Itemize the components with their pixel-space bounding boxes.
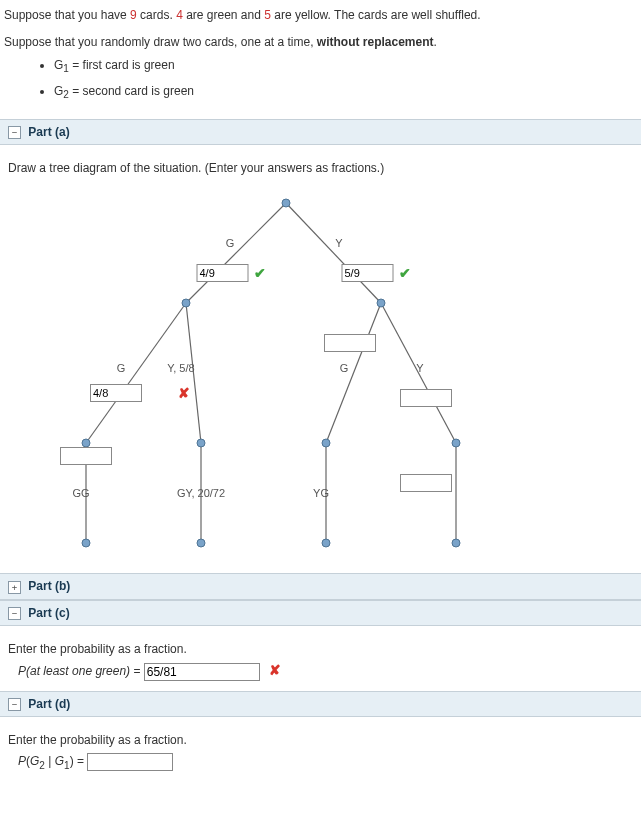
intro-line2: Suppose that you randomly draw two cards…	[4, 33, 637, 52]
x-icon: ✘	[269, 662, 281, 678]
label-yy-branch: Y	[416, 362, 423, 374]
svg-point-14	[197, 439, 205, 447]
part-a-label: Part (a)	[28, 125, 69, 139]
part-c-header[interactable]: − Part (c)	[0, 600, 641, 626]
part-d-body: Enter the probability as a fraction. P(G…	[0, 717, 641, 781]
svg-point-13	[82, 439, 90, 447]
part-c-answer-line: P(at least one green) = ✘	[6, 662, 635, 681]
text: Suppose that you have	[4, 8, 130, 22]
gg-branch-input[interactable]	[90, 384, 142, 402]
g1: G	[55, 754, 64, 768]
label-gg-branch: G	[117, 362, 126, 374]
collapse-icon: −	[8, 126, 21, 139]
text: are yellow. The cards are well shuffled.	[271, 8, 481, 22]
text: .	[434, 35, 437, 49]
part-a-instruction: Draw a tree diagram of the situation. (E…	[8, 161, 633, 175]
svg-line-6	[326, 303, 381, 443]
svg-point-17	[82, 539, 90, 547]
svg-point-10	[282, 199, 290, 207]
num-yellow: 5	[264, 8, 271, 22]
svg-line-1	[286, 203, 381, 303]
p-symbol: P	[18, 754, 26, 768]
collapse-icon: −	[8, 607, 21, 620]
def: = first card is green	[69, 58, 175, 72]
part-a-body: Draw a tree diagram of the situation. (E…	[0, 145, 641, 573]
part-d-answer-line: P(G2 | G1) =	[6, 753, 635, 771]
part-c-label: Part (c)	[28, 606, 69, 620]
first-y-prob-input-wrap: ✔	[342, 264, 411, 282]
part-a-header[interactable]: − Part (a)	[0, 119, 641, 145]
yy-leaf-input-wrap	[400, 474, 452, 492]
label-y-branch: Y	[335, 237, 342, 249]
part-c-input[interactable]	[144, 663, 260, 681]
definitions-list: G1 = first card is green G2 = second car…	[4, 56, 637, 103]
svg-point-16	[452, 439, 460, 447]
svg-point-11	[182, 299, 190, 307]
part-b-label: Part (b)	[28, 579, 70, 593]
tree-lines	[6, 193, 636, 563]
gg-leaf-input-wrap	[60, 447, 112, 465]
p-arg: (at least one green)	[26, 664, 130, 678]
num-total: 9	[130, 8, 137, 22]
part-c-body: Enter the probability as a fraction. P(a…	[0, 626, 641, 691]
svg-line-0	[186, 203, 286, 303]
g2: G	[30, 754, 39, 768]
yy-branch-input-wrap	[400, 389, 452, 407]
text: are green and	[183, 8, 264, 22]
svg-point-18	[197, 539, 205, 547]
equals: =	[130, 664, 144, 678]
collapse-icon: −	[8, 698, 21, 711]
sym: G	[54, 58, 63, 72]
label-gy: GY, 20/72	[177, 487, 225, 499]
equals: =	[74, 754, 88, 768]
gg-branch-input-wrap	[90, 384, 142, 402]
label-yg: YG	[313, 487, 329, 499]
part-d-input[interactable]	[87, 753, 173, 771]
svg-point-15	[322, 439, 330, 447]
first-g-prob-input[interactable]	[197, 264, 249, 282]
yg-branch-input-wrap	[324, 334, 376, 352]
part-d-instruction: Enter the probability as a fraction.	[8, 733, 633, 747]
text: Suppose that you randomly draw two cards…	[4, 35, 317, 49]
part-d-label: Part (d)	[28, 697, 70, 711]
bar: |	[45, 754, 55, 768]
tree-diagram: G Y ✔ ✔ G Y, 5/8 ✘ G Y	[6, 193, 636, 563]
label-gg: GG	[72, 487, 89, 499]
text-bold: without replacement	[317, 35, 434, 49]
g1-definition: G1 = first card is green	[54, 56, 637, 77]
first-y-prob-input[interactable]	[342, 264, 394, 282]
yg-branch-input[interactable]	[324, 334, 376, 352]
label-gy-branch: Y, 5/8	[167, 362, 194, 374]
problem-intro: Suppose that you have 9 cards. 4 are gre…	[0, 0, 641, 119]
check-icon: ✔	[399, 265, 411, 281]
g2-definition: G2 = second card is green	[54, 82, 637, 103]
gy-branch-mark-wrap: ✘	[178, 385, 190, 401]
label-yg-branch: G	[340, 362, 349, 374]
gg-leaf-input[interactable]	[60, 447, 112, 465]
svg-point-19	[322, 539, 330, 547]
svg-point-20	[452, 539, 460, 547]
yy-leaf-input[interactable]	[400, 474, 452, 492]
sym: G	[54, 84, 63, 98]
x-icon: ✘	[178, 385, 190, 401]
def: = second card is green	[69, 84, 194, 98]
yy-branch-input[interactable]	[400, 389, 452, 407]
part-c-instruction: Enter the probability as a fraction.	[8, 642, 633, 656]
first-g-prob-input-wrap: ✔	[197, 264, 266, 282]
part-d-header[interactable]: − Part (d)	[0, 691, 641, 717]
expand-icon: +	[8, 581, 21, 594]
p-symbol: P	[18, 664, 26, 678]
svg-point-12	[377, 299, 385, 307]
part-b-header[interactable]: + Part (b)	[0, 573, 641, 599]
intro-line1: Suppose that you have 9 cards. 4 are gre…	[4, 6, 637, 25]
num-green: 4	[176, 8, 183, 22]
label-g-branch: G	[226, 237, 235, 249]
text: cards.	[137, 8, 176, 22]
check-icon: ✔	[254, 265, 266, 281]
